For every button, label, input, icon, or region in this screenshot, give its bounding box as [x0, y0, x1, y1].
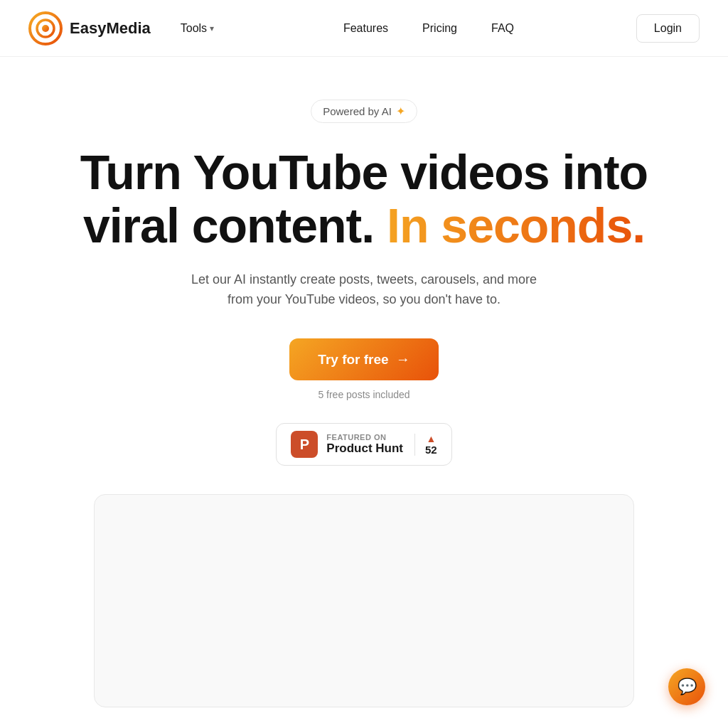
- product-hunt-featured-label: FEATURED ON: [326, 433, 386, 441]
- chevron-down-icon: ▾: [210, 23, 214, 33]
- chat-button[interactable]: 💬: [668, 668, 705, 705]
- tools-menu-button[interactable]: Tools ▾: [173, 18, 221, 39]
- hero-title-normal: viral content.: [83, 198, 374, 252]
- logo-icon: [28, 11, 63, 46]
- hero-section: Powered by AI ✦ Turn YouTube videos into…: [0, 57, 728, 728]
- hero-title-gradient: In seconds.: [374, 198, 645, 252]
- upvote-count: 52: [425, 444, 437, 456]
- navbar: EasyMedia Tools ▾ Features Pricing FAQ L…: [0, 0, 728, 57]
- sparkle-icon: ✦: [396, 105, 405, 118]
- cta-label: Try for free: [318, 352, 388, 368]
- pricing-link[interactable]: Pricing: [422, 22, 457, 35]
- cta-button[interactable]: Try for free →: [289, 338, 438, 380]
- chat-icon: 💬: [678, 678, 697, 696]
- svg-point-2: [42, 25, 49, 32]
- logo-link[interactable]: EasyMedia: [28, 11, 151, 46]
- hero-subtitle: Let our AI instantly create posts, tweet…: [179, 269, 549, 311]
- preview-card: [94, 494, 634, 707]
- hero-title-line1: Turn YouTube videos into: [80, 145, 648, 199]
- login-button[interactable]: Login: [636, 14, 700, 43]
- hero-title: Turn YouTube videos into viral content. …: [80, 146, 648, 252]
- powered-by-badge: Powered by AI ✦: [311, 100, 417, 123]
- product-hunt-logo-letter: P: [300, 437, 309, 453]
- product-hunt-logo: P: [291, 431, 318, 458]
- arrow-icon: →: [396, 351, 410, 368]
- features-link[interactable]: Features: [343, 22, 388, 35]
- product-hunt-badge[interactable]: P FEATURED ON Product Hunt ▲ 52: [276, 423, 451, 466]
- product-hunt-name: Product Hunt: [326, 441, 403, 456]
- free-posts-label: 5 free posts included: [318, 389, 410, 400]
- product-hunt-votes: ▲ 52: [414, 434, 437, 456]
- navbar-right: Login: [636, 14, 700, 43]
- navbar-left: EasyMedia Tools ▾: [28, 11, 221, 46]
- faq-link[interactable]: FAQ: [491, 22, 514, 35]
- upvote-icon: ▲: [426, 434, 436, 444]
- powered-by-label: Powered by AI: [323, 105, 392, 117]
- product-hunt-text: FEATURED ON Product Hunt: [326, 433, 403, 456]
- brand-name: EasyMedia: [70, 19, 151, 38]
- navbar-center: Features Pricing FAQ: [343, 22, 514, 35]
- tools-label: Tools: [181, 22, 207, 35]
